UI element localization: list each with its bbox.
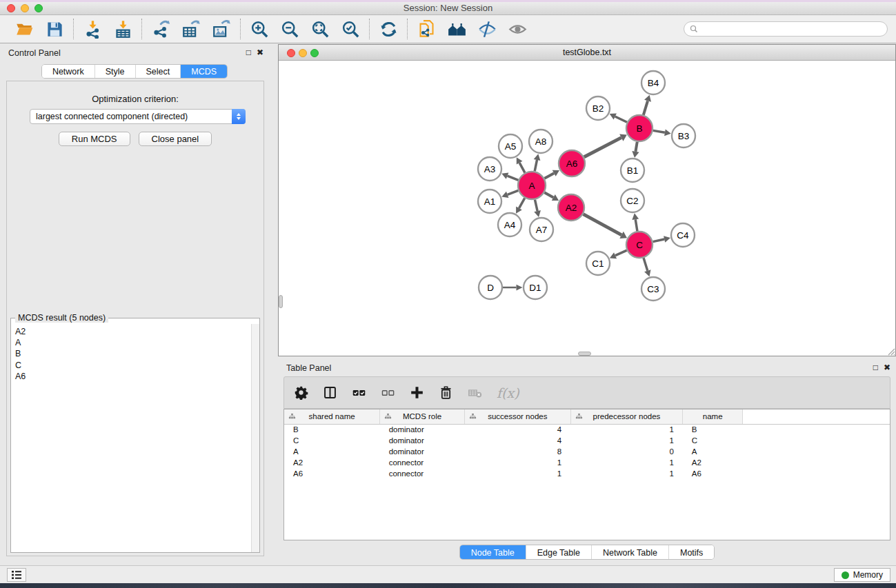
network-vscroll-thumb[interactable]	[279, 295, 283, 308]
close-panel-icon[interactable]: ✖	[257, 48, 263, 57]
graph-edge-B-B1[interactable]	[635, 142, 637, 152]
graph-edge-B-B2[interactable]	[615, 116, 627, 122]
graph-edge-A-A6[interactable]	[544, 173, 554, 179]
table-cell[interactable]: connector	[380, 457, 465, 468]
network-canvas[interactable]: AA1A2A3A4A5A6A7A8BB1B2B3B4CC1C2C3C4DD1	[279, 61, 895, 356]
zoom-fit-icon[interactable]	[310, 19, 330, 39]
mcds-result-item[interactable]: A2	[15, 326, 251, 337]
network-hscroll-thumb[interactable]	[578, 352, 591, 356]
table-cell[interactable]: 0	[570, 446, 683, 457]
hide-selection-icon[interactable]	[477, 19, 497, 39]
first-neighbors-icon[interactable]	[446, 19, 467, 39]
search-input[interactable]	[684, 21, 888, 37]
table-cell[interactable]: B	[683, 424, 743, 435]
tab-select[interactable]: Select	[136, 65, 181, 78]
table-cell[interactable]: A6	[683, 468, 743, 479]
float-table-panel-icon[interactable]: □	[873, 363, 878, 372]
unselect-all-icon[interactable]	[381, 385, 395, 400]
float-panel-icon[interactable]: □	[246, 48, 251, 57]
graph-edge-A-A8[interactable]	[535, 160, 537, 171]
mcds-result-item[interactable]: A	[15, 337, 251, 348]
table-cell[interactable]: 1	[570, 435, 683, 446]
table-cell[interactable]: A2	[683, 457, 743, 468]
tab-mcds[interactable]: MCDS	[181, 65, 227, 78]
delete-rows-icon[interactable]	[439, 385, 453, 400]
table-cell[interactable]: 4	[464, 424, 570, 435]
table-row[interactable]: A6connector11A6	[284, 468, 890, 479]
refresh-icon[interactable]	[378, 19, 399, 39]
graph-edge-A-A3[interactable]	[508, 176, 519, 180]
table-cell[interactable]: dominator	[380, 435, 465, 446]
add-row-icon[interactable]	[410, 385, 424, 400]
task-history-button[interactable]	[7, 568, 26, 582]
table-settings-gear-icon[interactable]	[294, 385, 308, 400]
graph-edge-A6-B[interactable]	[584, 138, 621, 157]
table-cell[interactable]: A6	[284, 468, 380, 479]
table-cell[interactable]: 1	[570, 468, 683, 479]
table-cell[interactable]: 8	[464, 446, 570, 457]
optimization-criterion-dropdown[interactable]: largest connected component (directed)	[30, 109, 246, 124]
tab-motifs[interactable]: Motifs	[669, 545, 714, 559]
graph-edge-B-B4[interactable]	[644, 101, 648, 115]
export-image-icon[interactable]	[211, 19, 232, 39]
network-window-titlebar[interactable]: testGlobe.txt	[279, 45, 895, 61]
mcds-result-item[interactable]: A6	[15, 371, 251, 382]
memory-button[interactable]: Memory	[834, 568, 890, 582]
import-table-icon[interactable]	[112, 19, 133, 39]
graph-edge-A-A5[interactable]	[519, 163, 525, 172]
tab-style[interactable]: Style	[95, 65, 136, 78]
save-session-icon[interactable]	[44, 19, 65, 39]
column-header-name[interactable]: name	[683, 409, 743, 424]
table-row[interactable]: A2connector11A2	[284, 457, 890, 468]
column-header-predecessor-nodes[interactable]: predecessor nodes	[570, 409, 683, 424]
table-row[interactable]: Cdominator41C	[284, 435, 890, 446]
table-cell[interactable]: A2	[284, 457, 380, 468]
graph-edge-B-B3[interactable]	[653, 130, 665, 132]
table-cell[interactable]: 4	[464, 435, 570, 446]
table-cell[interactable]: C	[683, 435, 743, 446]
zoom-selected-icon[interactable]	[340, 19, 361, 39]
table-cell[interactable]: connector	[380, 468, 465, 479]
graph-edge-C-C1[interactable]	[615, 250, 627, 256]
tab-node-table[interactable]: Node Table	[460, 545, 526, 559]
zoom-out-icon[interactable]	[279, 19, 300, 39]
table-cell[interactable]: dominator	[380, 424, 465, 435]
graph-edge-C-C3[interactable]	[644, 258, 648, 271]
graph-edge-A2-C[interactable]	[584, 214, 622, 235]
select-all-icon[interactable]	[352, 385, 366, 400]
function-builder-icon[interactable]: f(x)	[497, 385, 519, 401]
table-row[interactable]: Adominator80A	[284, 446, 890, 457]
import-network-icon[interactable]	[82, 19, 103, 39]
graph-edge-C-C4[interactable]	[653, 239, 665, 242]
mcds-result-scrollbar[interactable]	[251, 324, 259, 552]
network-resize-grip[interactable]	[886, 346, 895, 356]
table-cell[interactable]: A	[683, 446, 743, 457]
table-cell[interactable]: 1	[570, 457, 683, 468]
show-column-icon[interactable]	[323, 385, 337, 400]
table-cell[interactable]: 1	[570, 424, 683, 435]
table-cell[interactable]: 1	[464, 468, 570, 479]
node-table-header-row[interactable]: shared nameMCDS rolesuccessor nodesprede…	[284, 409, 890, 424]
table-cell[interactable]: C	[284, 435, 380, 446]
column-header-MCDS-role[interactable]: MCDS role	[380, 409, 465, 424]
run-mcds-button[interactable]: Run MCDS	[59, 132, 130, 146]
tab-network-table[interactable]: Network Table	[592, 545, 669, 559]
mcds-result-list[interactable]: A2ABCA6	[11, 324, 251, 552]
graph-edge-C-C2[interactable]	[635, 219, 637, 231]
table-cell[interactable]: B	[284, 424, 380, 435]
graph-edge-A-A1[interactable]	[508, 190, 519, 194]
table-cell[interactable]: A	[284, 446, 380, 457]
open-folder-icon[interactable]	[14, 19, 34, 39]
mcds-result-item[interactable]: C	[15, 360, 251, 371]
close-panel-button[interactable]: Close panel	[139, 132, 212, 146]
delete-table-icon[interactable]	[468, 385, 482, 400]
graph-edge-A-A2[interactable]	[544, 192, 553, 197]
new-network-from-selection-icon[interactable]	[416, 19, 437, 39]
table-row[interactable]: Bdominator41B	[284, 424, 890, 435]
mcds-result-item[interactable]: B	[15, 348, 251, 359]
graph-edge-A-A4[interactable]	[519, 198, 524, 208]
table-cell[interactable]: dominator	[380, 446, 465, 457]
graph-edge-A-A7[interactable]	[535, 200, 537, 212]
show-all-icon[interactable]	[507, 19, 528, 39]
column-header-successor-nodes[interactable]: successor nodes	[464, 409, 570, 424]
